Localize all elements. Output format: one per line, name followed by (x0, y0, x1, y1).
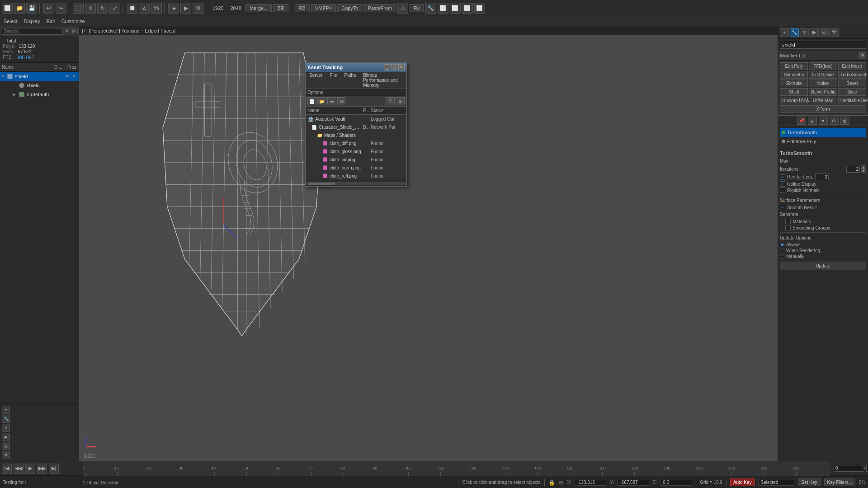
extrude-btn[interactable]: Extrude (780, 80, 808, 87)
next-key-btn[interactable]: ▶▶ (37, 464, 47, 474)
asset-list-btn[interactable]: ☰ (327, 97, 336, 105)
scroll-track[interactable] (307, 182, 406, 185)
render-setup-icon[interactable]: ⚙ (193, 3, 203, 14)
asset-row-refl[interactable]: cloth_refl.png Found (306, 172, 406, 180)
stack-config-btn[interactable]: ⚙ (830, 117, 839, 125)
scroll-thumb[interactable] (308, 183, 335, 185)
asset-row-diff[interactable]: cloth_diff.png Found (306, 139, 406, 147)
asset-file-menu[interactable]: File (326, 72, 340, 89)
asset-scrollbar[interactable] (306, 180, 406, 186)
pastefrom-btn[interactable]: PasteFrom (363, 4, 396, 12)
y-input[interactable] (618, 479, 649, 486)
stack-delete-btn[interactable]: 🗑 (840, 117, 849, 125)
asset-row-shield-file[interactable]: 📄 Crusader_Shield_vray.max D... Network … (306, 123, 406, 131)
materials-checkbox[interactable] (785, 219, 791, 224)
prev-frame-btn[interactable]: |◀ (2, 464, 12, 474)
play-btn[interactable]: ▶ (25, 464, 35, 474)
tree-item-shield-sub[interactable]: shield (0, 81, 79, 90)
stack-item-editablepoly[interactable]: Editable Poly (780, 137, 866, 146)
iterations-up-btn[interactable]: ▲ (861, 165, 866, 169)
render-iters-checkbox[interactable]: ✓ (780, 174, 785, 180)
asset-help-btn[interactable]: ? (386, 97, 395, 105)
scene-filter-icon[interactable]: ✕ (65, 28, 69, 34)
prev-key-btn[interactable]: ◀◀ (14, 464, 24, 474)
select-menu[interactable]: Select (2, 19, 19, 24)
key-filters-button[interactable]: Key Filters... (824, 479, 856, 486)
visibility-icon[interactable]: 👁 (63, 73, 71, 80)
edit-menu[interactable]: Edit (45, 19, 57, 24)
warning-icon[interactable]: ⚠ (397, 3, 408, 14)
asset-open-btn[interactable]: 📂 (317, 97, 326, 105)
angle-snap-icon[interactable]: ∠ (139, 3, 150, 14)
asset-paths-menu[interactable]: Paths (341, 72, 360, 89)
rotate-icon[interactable]: ↻ (97, 3, 108, 14)
asset-server-menu[interactable]: Server (306, 72, 326, 89)
uvw-map-btn[interactable]: UVW Map (809, 97, 837, 104)
edit-mesh-btn[interactable]: Edit Mesh (838, 62, 866, 70)
merge-btn[interactable]: Merge... (245, 4, 272, 12)
selected-status-input[interactable] (758, 479, 794, 486)
next-frame-btn[interactable]: ▶| (49, 464, 59, 474)
new-icon[interactable]: ⬜ (2, 3, 13, 14)
noise-btn[interactable]: Noise (809, 80, 837, 87)
material-editor-icon[interactable]: ◈ (168, 3, 179, 14)
redo-icon[interactable]: ↪ (56, 3, 66, 14)
stack-item-turbosmooth[interactable]: TurboSmooth (780, 128, 866, 137)
modifier-dropdown[interactable]: ▼ (859, 52, 866, 59)
scene-settings-icon[interactable]: ⚙ (71, 28, 75, 34)
asset-row-norm[interactable]: cloth_norm.png Found (306, 164, 406, 172)
rx-btn[interactable]: Rx (410, 4, 424, 12)
freeze-icon[interactable]: ❄ (71, 73, 78, 80)
lock-icon[interactable]: 🔒 (548, 479, 555, 486)
settings-icon[interactable]: 🔧 (425, 3, 436, 14)
iterations-down-btn[interactable]: ▼ (861, 169, 866, 173)
snap-icon[interactable]: 🔲 (127, 3, 137, 14)
iterations-input[interactable] (846, 166, 860, 173)
stack-up-btn[interactable]: ▲ (808, 117, 817, 125)
save-icon[interactable]: 💾 (26, 3, 37, 14)
br-btn[interactable]: BR (273, 4, 288, 12)
total-frames-input[interactable] (866, 465, 868, 472)
render-iters-input[interactable] (815, 174, 829, 180)
shell-btn[interactable]: Shell (780, 88, 808, 96)
tool3-icon[interactable]: ⬜ (462, 3, 473, 14)
tree-item-shield-root[interactable]: ▼ shield 👁 ❄ (0, 72, 79, 81)
customize-menu[interactable]: Customize (60, 19, 87, 24)
select-icon[interactable]: ⬚ (73, 3, 84, 14)
asset-row-gloss[interactable]: cloth_gloss.png Found (306, 147, 406, 155)
x-input[interactable] (575, 479, 606, 486)
hierarchy-tab[interactable]: ⧖ (800, 28, 809, 37)
asset-row-maps[interactable]: 📁 Maps / Shaders (306, 131, 406, 139)
create-tab[interactable]: + (780, 28, 789, 37)
symmetry-btn[interactable]: Symmetry (780, 71, 808, 79)
tree-item-default[interactable]: ▶ 0 (default) (0, 90, 79, 99)
bevel-profile-btn[interactable]: Bevel Profile (809, 88, 837, 96)
asset-row-vault[interactable]: 🏦 Autodesk Vault Logged Out (306, 115, 406, 123)
tool4-icon[interactable]: ⬜ (474, 3, 485, 14)
explicit-normals-checkbox[interactable] (780, 188, 785, 193)
asset-grid-btn[interactable]: ⊞ (337, 97, 346, 105)
display-icon[interactable]: ◎ (2, 442, 10, 450)
asset-settings-btn[interactable]: ⚙ (396, 97, 405, 105)
bevel-btn[interactable]: Bevel (838, 80, 866, 87)
utilities-icon[interactable]: ⚒ (2, 451, 10, 459)
smoothing-groups-checkbox[interactable] (785, 225, 791, 230)
asset-new-btn[interactable]: 📄 (307, 97, 316, 105)
motion-icon[interactable]: ▶ (2, 433, 10, 441)
copyto-btn[interactable]: CopyTo (337, 4, 362, 12)
stack-pin-btn[interactable]: 📌 (797, 117, 806, 125)
asset-options-label[interactable]: Options (307, 90, 323, 95)
set-key-button[interactable]: Set Key (798, 479, 820, 486)
hierarchy-icon[interactable]: ⧖ (2, 424, 10, 432)
unwrap-uvw-btn[interactable]: Unwrap UVW (780, 97, 808, 104)
manually-radio[interactable] (780, 254, 784, 259)
edit-poly-btn[interactable]: Edit Poly (780, 62, 808, 70)
frame-input[interactable] (834, 465, 863, 472)
move-icon[interactable]: ✛ (85, 3, 96, 14)
display-tab[interactable]: ◎ (820, 28, 829, 37)
scene-search-input[interactable] (2, 28, 63, 35)
modify-tab[interactable]: 🔧 (790, 28, 799, 37)
render-icon[interactable]: ▶ (180, 3, 191, 14)
rb-btn[interactable]: RB (295, 4, 310, 12)
turbosmooth-btn[interactable]: TurboSmooth (838, 71, 866, 79)
